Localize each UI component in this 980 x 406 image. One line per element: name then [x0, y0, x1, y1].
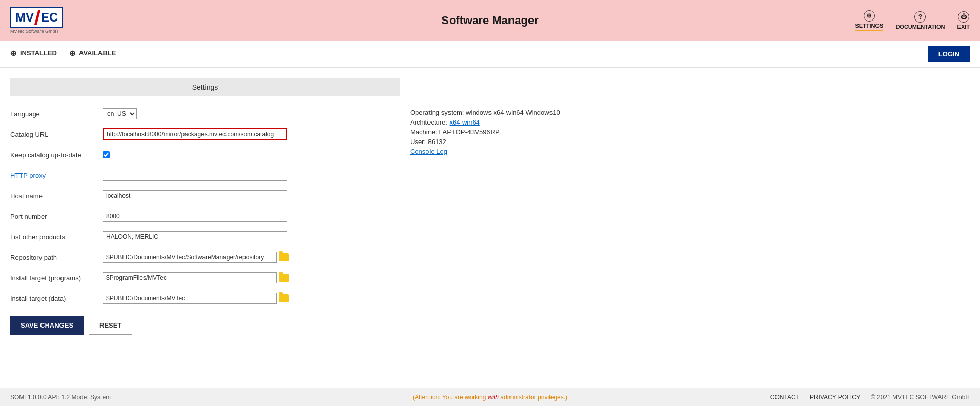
host-name-row: Host name — [10, 189, 400, 203]
http-proxy-label: HTTP proxy — [10, 172, 103, 179]
arch-value[interactable]: x64-win64 — [450, 118, 480, 126]
install-target-programs-browse-icon[interactable] — [279, 274, 289, 282]
exit-action[interactable]: ⏻ EXIT — [957, 11, 970, 30]
machine-label: Machine: — [410, 128, 439, 136]
arch-info: Architecture: x64-win64 — [410, 118, 564, 126]
settings-icon: ⚙ — [864, 10, 875, 22]
exit-icon: ⏻ — [958, 11, 969, 23]
logo-mv: MV — [15, 10, 34, 25]
repository-path-browse-icon[interactable] — [279, 253, 289, 261]
settings-section-title: Settings — [10, 78, 400, 96]
reset-button[interactable]: RESET — [89, 316, 132, 335]
nav-installed[interactable]: ⊕ INSTALLED — [10, 49, 57, 60]
install-target-data-label: Install target (data) — [10, 295, 103, 302]
login-button[interactable]: LOGIN — [928, 46, 970, 62]
os-value: windows x64-win64 Windows10 — [466, 109, 560, 116]
install-target-programs-label: Install target (programs) — [10, 274, 103, 282]
settings-action[interactable]: ⚙ SETTINGS — [855, 10, 883, 31]
repository-path-row: Repository path — [10, 250, 400, 265]
repository-path-container — [103, 252, 289, 263]
user-label: User: — [410, 138, 428, 146]
button-area: SAVE CHANGES RESET — [10, 316, 400, 335]
logo-area: MV EC MVTec Software GmbH — [10, 7, 63, 34]
install-target-programs-container — [103, 272, 289, 283]
list-other-products-row: List other products — [10, 230, 400, 244]
settings-panel: Settings Language en_US de_DE Catalog UR… — [10, 78, 400, 335]
keep-catalog-label: Keep catalog up-to-date — [10, 151, 103, 159]
port-number-input[interactable] — [103, 211, 287, 222]
documentation-icon: ? — [914, 11, 926, 23]
http-proxy-row: HTTP proxy — [10, 168, 400, 182]
installed-icon: ⊕ — [10, 49, 17, 58]
header-actions: ⚙ SETTINGS ? DOCUMENTATION ⏻ EXIT — [855, 10, 970, 31]
install-target-data-input[interactable] — [103, 293, 277, 304]
language-select[interactable]: en_US de_DE — [103, 108, 137, 119]
console-log-link-wrap: Console Log — [410, 148, 564, 155]
installed-label: INSTALLED — [20, 49, 57, 57]
language-label: Language — [10, 110, 103, 118]
console-log-link[interactable]: Console Log — [410, 148, 447, 155]
available-label: AVAILABLE — [79, 49, 116, 57]
host-name-label: Host name — [10, 192, 103, 200]
install-target-programs-input[interactable] — [103, 272, 277, 283]
keep-catalog-checkbox-wrap — [103, 151, 110, 158]
keep-catalog-checkbox[interactable] — [103, 151, 110, 158]
install-target-data-container — [103, 293, 289, 304]
install-target-data-browse-icon[interactable] — [279, 294, 289, 302]
main-content: Settings Language en_US de_DE Catalog UR… — [0, 68, 980, 345]
repository-path-input[interactable] — [103, 252, 277, 263]
user-info: User: 86132 — [410, 138, 564, 146]
header: MV EC MVTec Software GmbH Software Manag… — [0, 0, 980, 41]
documentation-action[interactable]: ? DOCUMENTATION — [895, 11, 945, 30]
app-title: Software Manager — [441, 14, 539, 27]
repository-path-label: Repository path — [10, 254, 103, 261]
navbar: ⊕ INSTALLED ⊕ AVAILABLE LOGIN — [0, 41, 980, 68]
available-icon: ⊕ — [69, 49, 76, 58]
machine-value: LAPTOP-43V596RP — [439, 128, 499, 136]
catalog-url-input[interactable] — [103, 128, 287, 140]
machine-info: Machine: LAPTOP-43V596RP — [410, 128, 564, 136]
list-other-products-input[interactable] — [103, 231, 287, 242]
nav-available[interactable]: ⊕ AVAILABLE — [69, 49, 116, 60]
os-info: Operating system: windows x64-win64 Wind… — [410, 109, 564, 116]
arch-label: Architecture: — [410, 118, 450, 126]
user-value: 86132 — [428, 138, 446, 146]
port-number-row: Port number — [10, 209, 400, 224]
logo-subtitle: MVTec Software GmbH — [10, 29, 58, 34]
install-target-data-row: Install target (data) — [10, 291, 400, 306]
logo-box: MV EC — [10, 7, 63, 28]
logo-slash — [34, 10, 40, 25]
catalog-url-label: Catalog URL — [10, 131, 103, 138]
save-changes-button[interactable]: SAVE CHANGES — [10, 316, 84, 335]
host-name-input[interactable] — [103, 190, 287, 201]
install-target-programs-row: Install target (programs) — [10, 271, 400, 285]
catalog-url-row: Catalog URL — [10, 127, 400, 141]
list-other-products-label: List other products — [10, 233, 103, 241]
port-number-label: Port number — [10, 213, 103, 220]
keep-catalog-row: Keep catalog up-to-date — [10, 148, 400, 162]
http-proxy-input[interactable] — [103, 170, 287, 181]
logo-tec: EC — [41, 10, 58, 25]
os-label: Operating system: — [410, 109, 466, 116]
sidebar-info: Operating system: windows x64-win64 Wind… — [410, 78, 564, 335]
language-row: Language en_US de_DE — [10, 107, 400, 121]
